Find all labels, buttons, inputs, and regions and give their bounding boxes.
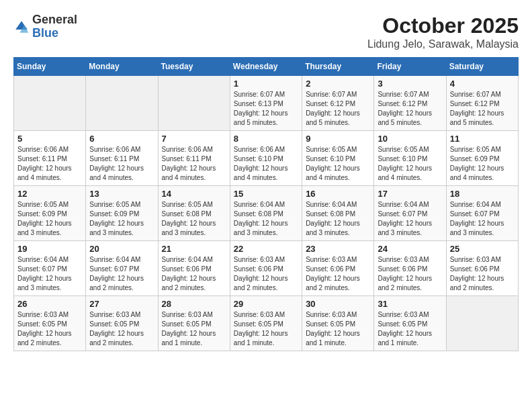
- calendar-week-row: 1Sunrise: 6:07 AM Sunset: 6:13 PM Daylig…: [14, 76, 519, 131]
- page-header: General Blue October 2025 Lidung Jelo, S…: [13, 13, 519, 50]
- day-info: Sunrise: 6:03 AM Sunset: 6:05 PM Dayligh…: [17, 310, 82, 348]
- day-info: Sunrise: 6:05 AM Sunset: 6:09 PM Dayligh…: [89, 200, 154, 238]
- calendar-cell: 23Sunrise: 6:03 AM Sunset: 6:06 PM Dayli…: [302, 241, 374, 296]
- calendar-cell: 16Sunrise: 6:04 AM Sunset: 6:08 PM Dayli…: [302, 186, 374, 241]
- calendar-cell: 7Sunrise: 6:06 AM Sunset: 6:11 PM Daylig…: [158, 131, 230, 186]
- calendar-cell: 3Sunrise: 6:07 AM Sunset: 6:12 PM Daylig…: [374, 76, 446, 131]
- day-info: Sunrise: 6:03 AM Sunset: 6:05 PM Dayligh…: [234, 310, 298, 348]
- day-info: Sunrise: 6:03 AM Sunset: 6:06 PM Dayligh…: [234, 255, 298, 293]
- day-info: Sunrise: 6:03 AM Sunset: 6:05 PM Dayligh…: [306, 310, 370, 348]
- calendar-cell: 13Sunrise: 6:05 AM Sunset: 6:09 PM Dayli…: [86, 186, 158, 241]
- day-number: 21: [162, 244, 226, 254]
- day-number: 2: [306, 79, 370, 89]
- logo: General Blue: [13, 13, 77, 40]
- day-info: Sunrise: 6:06 AM Sunset: 6:11 PM Dayligh…: [162, 145, 226, 183]
- day-info: Sunrise: 6:03 AM Sunset: 6:05 PM Dayligh…: [89, 310, 154, 348]
- day-info: Sunrise: 6:04 AM Sunset: 6:07 PM Dayligh…: [89, 255, 154, 293]
- day-number: 12: [17, 189, 82, 199]
- day-info: Sunrise: 6:04 AM Sunset: 6:07 PM Dayligh…: [450, 200, 515, 238]
- day-info: Sunrise: 6:03 AM Sunset: 6:06 PM Dayligh…: [450, 255, 515, 293]
- day-number: 17: [378, 189, 442, 199]
- location-title: Lidung Jelo, Sarawak, Malaysia: [367, 38, 519, 50]
- day-info: Sunrise: 6:04 AM Sunset: 6:08 PM Dayligh…: [306, 200, 370, 238]
- day-info: Sunrise: 6:05 AM Sunset: 6:09 PM Dayligh…: [17, 200, 82, 238]
- calendar-cell: 18Sunrise: 6:04 AM Sunset: 6:07 PM Dayli…: [446, 186, 518, 241]
- calendar-table: SundayMondayTuesdayWednesdayThursdayFrid…: [13, 57, 519, 351]
- calendar-cell: [446, 296, 518, 351]
- weekday-header-wednesday: Wednesday: [230, 58, 302, 76]
- day-number: 5: [17, 134, 82, 144]
- day-number: 9: [306, 134, 370, 144]
- calendar-cell: [14, 76, 86, 131]
- calendar-cell: 27Sunrise: 6:03 AM Sunset: 6:05 PM Dayli…: [86, 296, 158, 351]
- calendar-cell: 20Sunrise: 6:04 AM Sunset: 6:07 PM Dayli…: [86, 241, 158, 296]
- calendar-cell: 26Sunrise: 6:03 AM Sunset: 6:05 PM Dayli…: [14, 296, 86, 351]
- day-number: 11: [450, 134, 515, 144]
- month-title: October 2025: [367, 13, 519, 38]
- calendar-cell: [158, 76, 230, 131]
- day-info: Sunrise: 6:04 AM Sunset: 6:07 PM Dayligh…: [17, 255, 82, 293]
- calendar-week-row: 19Sunrise: 6:04 AM Sunset: 6:07 PM Dayli…: [14, 241, 519, 296]
- calendar-cell: 22Sunrise: 6:03 AM Sunset: 6:06 PM Dayli…: [230, 241, 302, 296]
- weekday-header-thursday: Thursday: [302, 58, 374, 76]
- day-info: Sunrise: 6:04 AM Sunset: 6:06 PM Dayligh…: [162, 255, 226, 293]
- calendar-cell: 17Sunrise: 6:04 AM Sunset: 6:07 PM Dayli…: [374, 186, 446, 241]
- day-number: 18: [450, 189, 515, 199]
- calendar-cell: 12Sunrise: 6:05 AM Sunset: 6:09 PM Dayli…: [14, 186, 86, 241]
- logo-general-text: General: [32, 13, 77, 26]
- day-info: Sunrise: 6:05 AM Sunset: 6:10 PM Dayligh…: [306, 145, 370, 183]
- weekday-header-saturday: Saturday: [446, 58, 518, 76]
- calendar-cell: 2Sunrise: 6:07 AM Sunset: 6:12 PM Daylig…: [302, 76, 374, 131]
- day-number: 30: [306, 299, 370, 309]
- day-info: Sunrise: 6:07 AM Sunset: 6:12 PM Dayligh…: [450, 90, 515, 128]
- calendar-cell: 14Sunrise: 6:05 AM Sunset: 6:08 PM Dayli…: [158, 186, 230, 241]
- day-info: Sunrise: 6:04 AM Sunset: 6:08 PM Dayligh…: [234, 200, 298, 238]
- calendar-cell: 15Sunrise: 6:04 AM Sunset: 6:08 PM Dayli…: [230, 186, 302, 241]
- day-info: Sunrise: 6:07 AM Sunset: 6:13 PM Dayligh…: [234, 90, 298, 128]
- day-info: Sunrise: 6:06 AM Sunset: 6:10 PM Dayligh…: [234, 145, 298, 183]
- calendar-cell: [86, 76, 158, 131]
- calendar-week-row: 26Sunrise: 6:03 AM Sunset: 6:05 PM Dayli…: [14, 296, 519, 351]
- day-info: Sunrise: 6:07 AM Sunset: 6:12 PM Dayligh…: [378, 90, 442, 128]
- day-info: Sunrise: 6:05 AM Sunset: 6:08 PM Dayligh…: [162, 200, 226, 238]
- day-number: 8: [234, 134, 298, 144]
- day-number: 13: [89, 189, 154, 199]
- day-number: 10: [378, 134, 442, 144]
- day-info: Sunrise: 6:03 AM Sunset: 6:06 PM Dayligh…: [378, 255, 442, 293]
- calendar-cell: 21Sunrise: 6:04 AM Sunset: 6:06 PM Dayli…: [158, 241, 230, 296]
- day-number: 27: [89, 299, 154, 309]
- day-number: 16: [306, 189, 370, 199]
- title-area: October 2025 Lidung Jelo, Sarawak, Malay…: [367, 13, 519, 50]
- day-number: 26: [17, 299, 82, 309]
- day-number: 31: [378, 299, 442, 309]
- day-info: Sunrise: 6:05 AM Sunset: 6:10 PM Dayligh…: [378, 145, 442, 183]
- calendar-cell: 31Sunrise: 6:03 AM Sunset: 6:05 PM Dayli…: [374, 296, 446, 351]
- calendar-cell: 9Sunrise: 6:05 AM Sunset: 6:10 PM Daylig…: [302, 131, 374, 186]
- day-number: 22: [234, 244, 298, 254]
- day-info: Sunrise: 6:04 AM Sunset: 6:07 PM Dayligh…: [378, 200, 442, 238]
- day-info: Sunrise: 6:07 AM Sunset: 6:12 PM Dayligh…: [306, 90, 370, 128]
- day-number: 15: [234, 189, 298, 199]
- day-number: 6: [89, 134, 154, 144]
- calendar-cell: 8Sunrise: 6:06 AM Sunset: 6:10 PM Daylig…: [230, 131, 302, 186]
- calendar-cell: 25Sunrise: 6:03 AM Sunset: 6:06 PM Dayli…: [446, 241, 518, 296]
- day-number: 24: [378, 244, 442, 254]
- weekday-header-row: SundayMondayTuesdayWednesdayThursdayFrid…: [14, 58, 519, 76]
- day-number: 7: [162, 134, 226, 144]
- weekday-header-tuesday: Tuesday: [158, 58, 230, 76]
- day-number: 29: [234, 299, 298, 309]
- day-number: 1: [234, 79, 298, 89]
- day-info: Sunrise: 6:06 AM Sunset: 6:11 PM Dayligh…: [17, 145, 82, 183]
- day-number: 4: [450, 79, 515, 89]
- day-info: Sunrise: 6:05 AM Sunset: 6:09 PM Dayligh…: [450, 145, 515, 183]
- calendar-week-row: 5Sunrise: 6:06 AM Sunset: 6:11 PM Daylig…: [14, 131, 519, 186]
- day-number: 3: [378, 79, 442, 89]
- calendar-cell: 4Sunrise: 6:07 AM Sunset: 6:12 PM Daylig…: [446, 76, 518, 131]
- calendar-cell: 5Sunrise: 6:06 AM Sunset: 6:11 PM Daylig…: [14, 131, 86, 186]
- weekday-header-friday: Friday: [374, 58, 446, 76]
- calendar-cell: 10Sunrise: 6:05 AM Sunset: 6:10 PM Dayli…: [374, 131, 446, 186]
- day-number: 28: [162, 299, 226, 309]
- day-info: Sunrise: 6:03 AM Sunset: 6:05 PM Dayligh…: [378, 310, 442, 348]
- calendar-cell: 1Sunrise: 6:07 AM Sunset: 6:13 PM Daylig…: [230, 76, 302, 131]
- calendar-cell: 11Sunrise: 6:05 AM Sunset: 6:09 PM Dayli…: [446, 131, 518, 186]
